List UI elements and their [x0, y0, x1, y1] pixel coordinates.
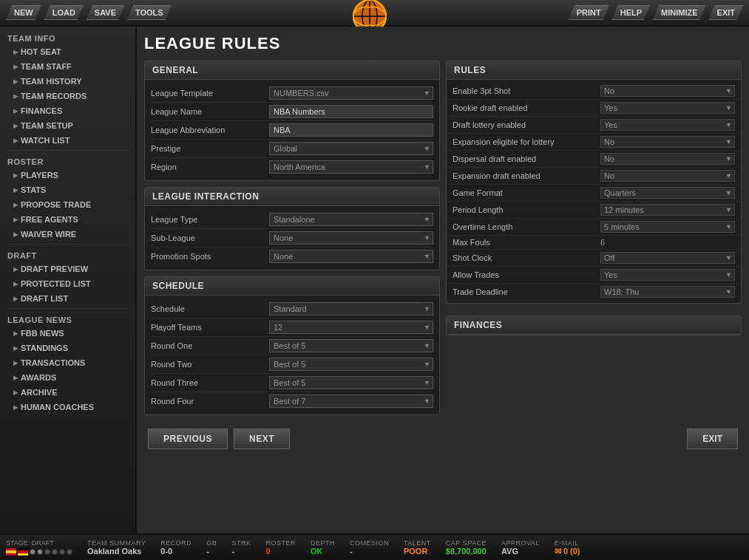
new-button[interactable]: NEW [6, 5, 41, 20]
league-abbr-input[interactable] [269, 123, 433, 137]
trade-deadline-row: Trade Deadline W18: Thu ▼ [447, 284, 741, 300]
comesion-label: COMESION [350, 539, 389, 547]
round-three-select-wrapper[interactable]: Best of 5 ▼ [269, 376, 433, 389]
prestige-select[interactable]: Global [269, 142, 433, 155]
shot-clock-wrapper[interactable]: Off ▼ [600, 252, 735, 264]
game-format-row: Game Format Quarters ▼ [447, 185, 741, 202]
help-button[interactable]: HELP [612, 5, 650, 20]
round-one-select-wrapper[interactable]: Best of 5 ▼ [269, 339, 433, 352]
game-format-wrapper[interactable]: Quarters ▼ [600, 187, 735, 199]
sidebar-item-finances[interactable]: FINANCES [0, 103, 135, 118]
sidebar-item-draft-preview[interactable]: DRAFT PREVIEW [0, 262, 135, 276]
exit-content-button[interactable]: EXIT [687, 428, 738, 449]
promotion-spots-select-wrapper[interactable]: None ▼ [269, 250, 433, 263]
trade-deadline-select[interactable]: W18: Thu [600, 286, 735, 298]
sidebar-item-team-history[interactable]: TEAM HISTORY [0, 74, 135, 89]
expansion-lottery-select[interactable]: No [600, 136, 735, 148]
league-template-select[interactable]: NUMBERS.csv [269, 86, 433, 100]
dispersal-draft-wrapper[interactable]: No ▼ [600, 153, 735, 165]
comesion-section: COMESION - [350, 539, 389, 556]
next-button[interactable]: NEXT [234, 428, 290, 449]
sub-league-select-wrapper[interactable]: None ▼ [269, 231, 433, 245]
sidebar-item-hot-seat[interactable]: HOT SEAT [0, 44, 135, 59]
dispersal-draft-select[interactable]: No [600, 153, 735, 165]
round-two-select[interactable]: Best of 5 [269, 358, 433, 371]
game-format-select[interactable]: Quarters [600, 187, 735, 199]
league-template-select-wrapper[interactable]: NUMBERS.csv ▼ [269, 86, 433, 100]
league-type-row: League Type Standalone ▼ [151, 211, 433, 229]
league-type-select[interactable]: Standalone [269, 213, 433, 226]
sidebar-item-waiver-wire[interactable]: WAIVER WIRE [0, 227, 135, 242]
round-two-select-wrapper[interactable]: Best of 5 ▼ [269, 358, 433, 371]
shot-clock-select[interactable]: Off [600, 252, 735, 264]
expansion-draft-select[interactable]: No [600, 170, 735, 182]
load-button[interactable]: LOAD [44, 5, 84, 20]
playoff-teams-select[interactable]: 12 [269, 321, 433, 334]
minimize-button[interactable]: MINIMIZE [653, 5, 706, 20]
rookie-draft-select[interactable]: Yes [600, 102, 735, 114]
region-select[interactable]: North America [269, 160, 433, 174]
league-type-select-wrapper[interactable]: Standalone ▼ [269, 213, 433, 226]
playoff-teams-select-wrapper[interactable]: 12 ▼ [269, 321, 433, 334]
sidebar-item-draft-list[interactable]: DRAFT LIST [0, 291, 135, 306]
cap-space-label: CAP SPACE [446, 539, 487, 547]
overtime-length-label: Overtime Length [453, 222, 600, 231]
sidebar-item-archive[interactable]: ARCHIVE [0, 385, 135, 400]
period-length-wrapper[interactable]: 12 minutes ▼ [600, 204, 735, 216]
sidebar-item-stats[interactable]: STATS [0, 182, 135, 197]
schedule-type-select-wrapper[interactable]: Standard ▼ [269, 302, 433, 315]
strk-label: STRK [231, 539, 251, 547]
sidebar-item-players[interactable]: PLAYERS [0, 168, 135, 182]
enable-3pt-select[interactable]: No [600, 85, 735, 97]
round-three-select[interactable]: Best of 5 [269, 376, 433, 389]
overtime-length-select[interactable]: 5 minutes [600, 221, 735, 233]
period-length-select[interactable]: 12 minutes [600, 204, 735, 216]
sidebar-item-human-coaches[interactable]: HUMAN COACHES [0, 400, 135, 414]
print-button[interactable]: PRINT [569, 5, 609, 20]
round-four-select[interactable]: Best of 7 [269, 395, 433, 408]
team-summary-section: TEAM SUMMARY Oakland Oaks [87, 539, 146, 556]
tools-button[interactable]: TOOLS [127, 5, 172, 20]
sidebar-item-standings[interactable]: STANDINGS [0, 341, 135, 355]
previous-button[interactable]: PREVIOUS [148, 428, 228, 449]
schedule-type-select[interactable]: Standard [269, 302, 433, 315]
round-four-row: Round Four Best of 7 ▼ [151, 392, 433, 410]
draft-lottery-select[interactable]: Yes [600, 119, 735, 131]
allow-trades-select[interactable]: Yes [600, 269, 735, 281]
team-summary-label: TEAM SUMMARY [87, 539, 146, 547]
flags-area [6, 548, 72, 556]
prestige-select-wrapper[interactable]: Global ▼ [269, 142, 433, 155]
expansion-draft-wrapper[interactable]: No ▼ [600, 170, 735, 182]
region-select-wrapper[interactable]: North America ▼ [269, 160, 433, 174]
sidebar-item-propose-trade[interactable]: PROPOSE TRADE [0, 197, 135, 212]
save-button[interactable]: SAVE [87, 5, 124, 20]
trade-deadline-wrapper[interactable]: W18: Thu ▼ [600, 286, 735, 298]
sidebar-item-watch-list[interactable]: WATCH LIST [0, 133, 135, 148]
league-name-input[interactable] [269, 105, 433, 118]
rookie-draft-wrapper[interactable]: Yes ▼ [600, 102, 735, 114]
email-label: E-MAIL [555, 539, 579, 547]
sidebar-item-fbb-news[interactable]: FBB NEWS [0, 326, 135, 341]
sidebar-item-free-agents[interactable]: FREE AGENTS [0, 212, 135, 227]
sidebar-item-team-staff[interactable]: TEAM STAFF [0, 59, 135, 74]
draft-lottery-wrapper[interactable]: Yes ▼ [600, 119, 735, 131]
news-divider [6, 308, 129, 309]
sidebar-item-team-setup[interactable]: TEAM SETUP [0, 118, 135, 133]
sidebar-item-protected-list[interactable]: PROTECTED LIST [0, 276, 135, 291]
round-four-select-wrapper[interactable]: Best of 7 ▼ [269, 395, 433, 408]
promotion-spots-select[interactable]: None [269, 250, 433, 263]
expansion-lottery-wrapper[interactable]: No ▼ [600, 136, 735, 148]
depth-section: DEPTH OK [311, 539, 335, 556]
sub-league-select[interactable]: None [269, 231, 433, 245]
exit-button[interactable]: EXIT [709, 5, 743, 20]
sidebar-item-transactions[interactable]: TRANSACTIONS [0, 355, 135, 370]
max-fouls-label: Max Fouls [453, 238, 600, 247]
bottom-buttons: PREVIOUS NEXT EXIT [144, 428, 742, 449]
period-length-label: Period Length [453, 205, 600, 214]
round-one-select[interactable]: Best of 5 [269, 339, 433, 352]
overtime-length-wrapper[interactable]: 5 minutes ▼ [600, 221, 735, 233]
sidebar-item-awards[interactable]: AWARDS [0, 370, 135, 385]
allow-trades-wrapper[interactable]: Yes ▼ [600, 269, 735, 281]
sidebar-item-team-records[interactable]: TEAM RECORDS [0, 89, 135, 103]
enable-3pt-wrapper[interactable]: No ▼ [600, 85, 735, 97]
